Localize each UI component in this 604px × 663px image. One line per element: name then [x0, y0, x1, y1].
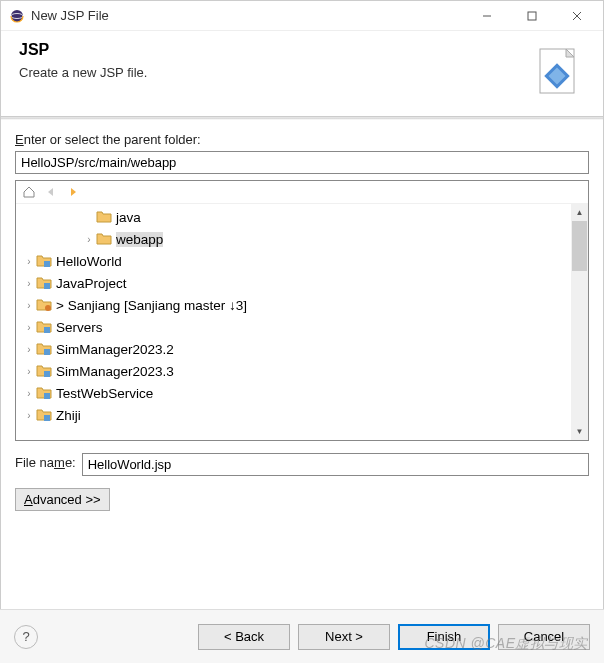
folder-icon: [36, 385, 52, 401]
advanced-button[interactable]: Advanced >>: [15, 488, 110, 511]
svg-rect-12: [44, 327, 50, 333]
tree-item[interactable]: ›Servers: [16, 316, 588, 338]
close-button[interactable]: [554, 2, 599, 30]
svg-rect-14: [44, 371, 50, 377]
scroll-up-icon[interactable]: ▲: [571, 204, 588, 221]
expand-icon[interactable]: ›: [22, 344, 36, 355]
jsp-file-icon: [530, 45, 585, 100]
expand-icon[interactable]: ›: [22, 278, 36, 289]
tree-item[interactable]: ›HelloWorld: [16, 250, 588, 272]
back-button[interactable]: < Back: [198, 624, 290, 650]
tree-item-label: JavaProject: [56, 276, 127, 291]
tree-toolbar: [16, 181, 588, 204]
wizard-footer: ? < Back Next > Finish Cancel: [0, 609, 604, 663]
folder-icon: [96, 231, 112, 247]
tree-item-label: > Sanjiang [Sanjiang master ↓3]: [56, 298, 247, 313]
folder-icon: [36, 363, 52, 379]
back-arrow-icon[interactable]: [42, 183, 60, 201]
page-subtitle: Create a new JSP file.: [19, 65, 530, 80]
tree-item-label: HelloWorld: [56, 254, 122, 269]
tree-item-label: TestWebService: [56, 386, 153, 401]
expand-icon[interactable]: ›: [82, 234, 96, 245]
help-button[interactable]: ?: [14, 625, 38, 649]
filename-input[interactable]: [82, 453, 589, 476]
parent-folder-label: Enter or select the parent folder:: [15, 132, 589, 147]
titlebar: New JSP File: [1, 1, 603, 31]
tree-item-label: SimManager2023.3: [56, 364, 174, 379]
svg-point-11: [45, 305, 51, 311]
folder-tree[interactable]: java›webapp›HelloWorld›JavaProject›> San…: [16, 204, 588, 428]
filename-label: File name:: [15, 455, 76, 470]
finish-button[interactable]: Finish: [398, 624, 490, 650]
eclipse-icon: [9, 8, 25, 24]
page-title: JSP: [19, 41, 530, 59]
maximize-button[interactable]: [509, 2, 554, 30]
svg-rect-10: [44, 283, 50, 289]
tree-item[interactable]: ›JavaProject: [16, 272, 588, 294]
window-title: New JSP File: [31, 8, 464, 23]
scrollbar[interactable]: ▲ ▼: [571, 204, 588, 440]
cancel-button[interactable]: Cancel: [498, 624, 590, 650]
forward-arrow-icon[interactable]: [64, 183, 82, 201]
parent-folder-input[interactable]: [15, 151, 589, 174]
minimize-button[interactable]: [464, 2, 509, 30]
svg-rect-16: [44, 415, 50, 421]
expand-icon[interactable]: ›: [22, 256, 36, 267]
tree-item-label: SimManager2023.2: [56, 342, 174, 357]
expand-icon[interactable]: ›: [22, 322, 36, 333]
expand-icon[interactable]: ›: [22, 388, 36, 399]
folder-icon: [96, 209, 112, 225]
folder-icon: [36, 407, 52, 423]
tree-item[interactable]: java: [16, 206, 588, 228]
expand-icon[interactable]: ›: [22, 366, 36, 377]
tree-item[interactable]: ›Zhiji: [16, 404, 588, 426]
wizard-header: JSP Create a new JSP file.: [1, 31, 603, 116]
expand-icon[interactable]: ›: [22, 410, 36, 421]
home-icon[interactable]: [20, 183, 38, 201]
wizard-content: Enter or select the parent folder: java›…: [1, 120, 603, 519]
tree-item[interactable]: ›webapp: [16, 228, 588, 250]
svg-rect-3: [528, 12, 536, 20]
svg-rect-9: [44, 261, 50, 267]
folder-icon: [36, 341, 52, 357]
folder-icon: [36, 275, 52, 291]
expand-icon[interactable]: ›: [22, 300, 36, 311]
scroll-thumb[interactable]: [572, 221, 587, 271]
tree-item[interactable]: ›TestWebService: [16, 382, 588, 404]
tree-item[interactable]: ›SimManager2023.2: [16, 338, 588, 360]
tree-item-label: Servers: [56, 320, 103, 335]
tree-item-label: webapp: [116, 232, 163, 247]
folder-icon: [36, 297, 52, 313]
folder-icon: [36, 319, 52, 335]
svg-rect-15: [44, 393, 50, 399]
tree-item[interactable]: ›> Sanjiang [Sanjiang master ↓3]: [16, 294, 588, 316]
scroll-down-icon[interactable]: ▼: [571, 423, 588, 440]
tree-item[interactable]: ›SimManager2023.3: [16, 360, 588, 382]
tree-item-label: Zhiji: [56, 408, 81, 423]
folder-icon: [36, 253, 52, 269]
next-button[interactable]: Next >: [298, 624, 390, 650]
folder-tree-panel: java›webapp›HelloWorld›JavaProject›> San…: [15, 180, 589, 441]
tree-item-label: java: [116, 210, 141, 225]
svg-rect-13: [44, 349, 50, 355]
